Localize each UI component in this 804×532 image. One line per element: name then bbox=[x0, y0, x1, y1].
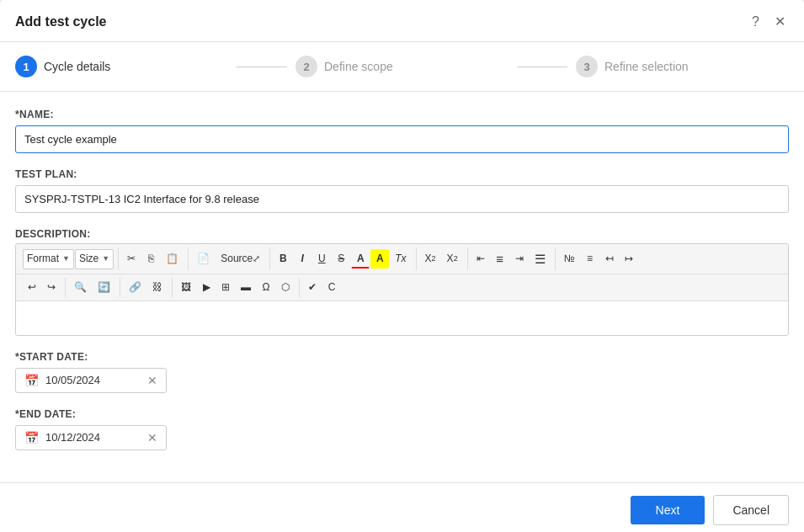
test-plan-label: TEST PLAN: bbox=[15, 168, 789, 180]
indent-more-button[interactable]: ↦ bbox=[620, 249, 638, 269]
indent-less-button[interactable]: ↤ bbox=[600, 249, 619, 269]
undo-redo-group: ↩ ↪ bbox=[21, 278, 62, 297]
script-group: X2 X2 bbox=[416, 247, 465, 270]
modal-body: *NAME: TEST PLAN: DESCRIPTION: Format ▼ bbox=[0, 92, 804, 482]
step-3: 3 Refine selection bbox=[576, 56, 789, 77]
help-button[interactable]: ? bbox=[748, 13, 763, 31]
spellcheck-button[interactable]: ✔ bbox=[303, 278, 322, 297]
step-divider-1 bbox=[237, 66, 287, 67]
modal-title: Add test cycle bbox=[15, 14, 106, 29]
clear-format-button[interactable]: Tx bbox=[390, 249, 411, 269]
name-label: *NAME: bbox=[15, 109, 789, 120]
name-group: *NAME: bbox=[15, 109, 789, 153]
editor-body[interactable] bbox=[16, 301, 788, 335]
insert-iframe-button[interactable]: ⬡ bbox=[276, 278, 295, 297]
find-group: 🔍 🔄 bbox=[65, 278, 117, 297]
step-3-label: Refine selection bbox=[604, 60, 689, 73]
end-date-label: *END DATE: bbox=[15, 408, 789, 420]
align-center-button[interactable]: ≡ bbox=[491, 247, 509, 270]
end-date-clear-button[interactable]: ✕ bbox=[147, 432, 157, 444]
text-format-group: B I U S A A Tx bbox=[269, 247, 413, 270]
end-date-calendar-icon: 📅 bbox=[24, 431, 39, 444]
test-plan-input[interactable] bbox=[15, 185, 789, 213]
link-group: 🔗 ⛓ bbox=[120, 278, 169, 297]
step-1-number: 1 bbox=[15, 56, 37, 77]
header-actions: ? ✕ bbox=[748, 12, 789, 31]
modal-header: Add test cycle ? ✕ bbox=[0, 0, 804, 42]
find-button[interactable]: 🔍 bbox=[69, 278, 92, 297]
step-2-number: 2 bbox=[296, 56, 317, 77]
undo-button[interactable]: ↩ bbox=[23, 278, 41, 297]
start-date-group: *START DATE: 📅 10/05/2024 ✕ bbox=[15, 351, 789, 393]
list-group: № ≡ ↤ ↦ bbox=[555, 247, 640, 270]
step-2: 2 Define scope bbox=[296, 56, 508, 77]
paste-button[interactable]: 📋 bbox=[161, 249, 184, 269]
unordered-list-button[interactable]: ≡ bbox=[581, 249, 599, 269]
insert-special-char-button[interactable]: Ω bbox=[257, 278, 275, 297]
font-color-button[interactable]: A bbox=[351, 249, 370, 269]
cut-button[interactable]: ✂ bbox=[122, 249, 141, 269]
toolbar-row-1: Format ▼ Size ▼ ✂ ⎘ 📋 📄 bbox=[16, 244, 788, 274]
copy-button[interactable]: ⎘ bbox=[141, 249, 160, 269]
insert-hr-button[interactable]: ▬ bbox=[236, 278, 256, 297]
source-expand-icon: ⤢ bbox=[253, 253, 260, 265]
size-dropdown-arrow: ▼ bbox=[102, 253, 109, 264]
source-button[interactable]: Source ⤢ bbox=[216, 249, 265, 269]
stepper: 1 Cycle details 2 Define scope 3 Refine … bbox=[0, 42, 804, 92]
italic-button[interactable]: I bbox=[293, 249, 311, 269]
insert-group: 🖼 ▶ ⊞ ▬ Ω ⬡ bbox=[172, 278, 296, 297]
step-3-number: 3 bbox=[576, 56, 598, 77]
ordered-list-button[interactable]: № bbox=[559, 249, 580, 269]
redo-button[interactable]: ↪ bbox=[42, 278, 61, 297]
end-date-group: *END DATE: 📅 10/12/2024 ✕ bbox=[15, 408, 789, 450]
paste-plain-group: 📄 Source ⤢ bbox=[188, 247, 267, 270]
paste-plain-button[interactable]: 📄 bbox=[192, 249, 215, 269]
start-date-label: *START DATE: bbox=[15, 351, 789, 363]
underline-button[interactable]: U bbox=[312, 249, 331, 269]
strike-button[interactable]: S bbox=[332, 249, 350, 269]
close-button[interactable]: ✕ bbox=[771, 12, 789, 31]
start-date-value: 10/05/2024 bbox=[45, 374, 141, 386]
replace-button[interactable]: 🔄 bbox=[93, 278, 115, 297]
test-plan-group: TEST PLAN: bbox=[15, 168, 789, 213]
size-dropdown[interactable]: Size ▼ bbox=[75, 249, 114, 269]
end-date-value: 10/12/2024 bbox=[45, 431, 141, 444]
description-label: DESCRIPTION: bbox=[15, 228, 789, 240]
step-1-label: Cycle details bbox=[44, 60, 110, 73]
end-date-input-wrap: 📅 10/12/2024 ✕ bbox=[15, 425, 167, 450]
spellcheck-2-button[interactable]: C bbox=[322, 278, 341, 297]
cut-copy-paste-group: ✂ ⎘ 📋 bbox=[118, 247, 185, 270]
next-button[interactable]: Next bbox=[631, 496, 705, 524]
modal-footer: Next Cancel bbox=[0, 482, 804, 532]
start-date-clear-button[interactable]: ✕ bbox=[147, 375, 157, 386]
toolbar-row-2: ↩ ↪ 🔍 🔄 🔗 ⛓ 🖼 ▶ ⊞ ▬ bbox=[16, 274, 788, 301]
format-group: Format ▼ Size ▼ bbox=[21, 247, 115, 270]
subscript-button[interactable]: X2 bbox=[420, 249, 441, 269]
start-date-calendar-icon: 📅 bbox=[24, 374, 39, 387]
name-input[interactable] bbox=[15, 125, 789, 153]
add-test-cycle-modal: Add test cycle ? ✕ 1 Cycle details 2 Def… bbox=[0, 0, 804, 532]
insert-media-button[interactable]: ▶ bbox=[197, 278, 216, 297]
format-dropdown[interactable]: Format ▼ bbox=[23, 249, 74, 269]
bold-button[interactable]: B bbox=[274, 249, 292, 269]
editor-container: Format ▼ Size ▼ ✂ ⎘ 📋 📄 bbox=[15, 243, 789, 336]
insert-link-button[interactable]: 🔗 bbox=[124, 278, 146, 297]
highlight-button[interactable]: A bbox=[370, 249, 389, 269]
description-group: DESCRIPTION: Format ▼ Size ▼ bbox=[15, 228, 789, 336]
insert-table-button[interactable]: ⊞ bbox=[216, 278, 235, 297]
step-divider-2 bbox=[517, 66, 567, 67]
start-date-input-wrap: 📅 10/05/2024 ✕ bbox=[15, 368, 167, 393]
insert-image-button[interactable]: 🖼 bbox=[176, 278, 196, 297]
step-1: 1 Cycle details bbox=[15, 56, 228, 77]
align-right-button[interactable]: ⇥ bbox=[510, 249, 529, 269]
cancel-button[interactable]: Cancel bbox=[713, 495, 789, 525]
superscript-button[interactable]: X2 bbox=[442, 249, 463, 269]
remove-link-button[interactable]: ⛓ bbox=[147, 278, 168, 297]
align-group: ⇤ ≡ ⇥ ☰ bbox=[467, 247, 552, 270]
spell-group: ✔ C bbox=[299, 278, 343, 297]
step-2-label: Define scope bbox=[324, 60, 393, 73]
format-dropdown-arrow: ▼ bbox=[62, 253, 70, 264]
align-left-button[interactable]: ⇤ bbox=[471, 249, 490, 269]
align-justify-button[interactable]: ☰ bbox=[530, 247, 551, 270]
